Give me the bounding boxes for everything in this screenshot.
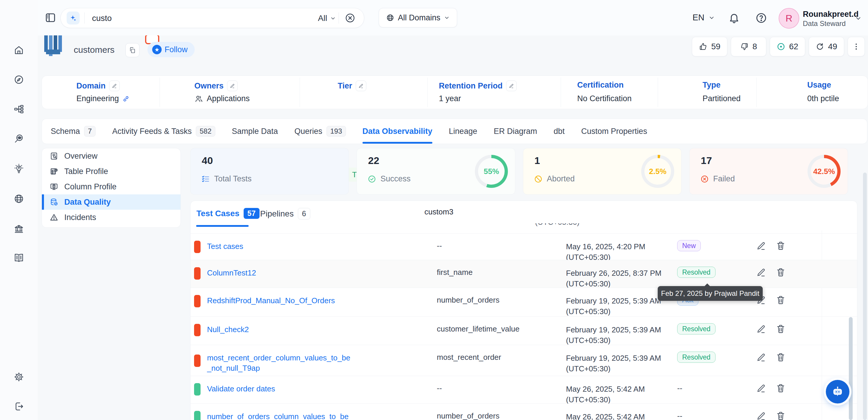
robot-icon	[831, 385, 844, 398]
delete-icon[interactable]	[776, 295, 786, 305]
test-case-link[interactable]: Null_check2	[207, 324, 372, 335]
tab-activity-feeds[interactable]: Activity Feeds & Tasks582	[112, 119, 215, 144]
owners-value[interactable]: Applications	[194, 94, 250, 103]
test-case-link[interactable]: number_of_orders_column_values_to_be_	[207, 412, 372, 420]
language-selector[interactable]: EN	[692, 13, 715, 22]
avatar[interactable]: R	[779, 8, 799, 29]
sidenav-overview[interactable]: Overview	[42, 148, 181, 164]
table-row[interactable]: ColumnTest12 first_name February 26, 202…	[190, 260, 857, 288]
upvote-button[interactable]: 59	[692, 37, 727, 56]
insights-bulb-icon[interactable]	[13, 163, 24, 174]
table-row[interactable]: Test cases -- May 16, 2025, 4:20 PM(UTC+…	[190, 233, 857, 260]
delete-icon[interactable]	[776, 383, 786, 393]
sidenav-incidents[interactable]: Incidents	[42, 210, 181, 225]
tab-data-observability[interactable]: Data Observability	[363, 119, 432, 144]
tab-schema[interactable]: Schema7	[51, 119, 96, 144]
sidebar-toggle-icon[interactable]	[44, 11, 57, 24]
user-menu-chevron-icon[interactable]	[855, 15, 862, 22]
status-square-green	[194, 411, 200, 420]
test-cases-panel: Test Cases 57 Pipelines 6 custom3 (UTC+0…	[190, 201, 857, 420]
help-icon[interactable]	[755, 12, 768, 24]
type-label: Type	[703, 81, 720, 90]
follow-button[interactable]: ★ Follow	[148, 42, 195, 57]
active-tab-underline	[196, 225, 249, 227]
edit-domain-icon[interactable]	[109, 81, 120, 91]
edit-retention-icon[interactable]	[506, 81, 517, 91]
delete-icon[interactable]	[776, 411, 786, 420]
edit-icon[interactable]	[756, 352, 766, 362]
delete-icon[interactable]	[776, 352, 786, 362]
search-input[interactable]: custo	[92, 13, 112, 23]
tooltip: Feb 27, 2025 by Prajwal Pandit	[658, 286, 763, 301]
tier-label: Tier	[338, 81, 366, 91]
sidenav-column-profile[interactable]: Column Profile	[42, 179, 181, 194]
all-domains-button[interactable]: All Domains	[379, 8, 457, 27]
tab-custom-properties[interactable]: Custom Properties	[581, 119, 647, 144]
test-case-link[interactable]: Validate order dates	[207, 384, 372, 394]
global-search-bar[interactable]: custo All	[60, 8, 364, 28]
table-row[interactable]: most_recent_order_column_values_to_be_no…	[190, 345, 857, 376]
entity-tabs: Schema7 Activity Feeds & Tasks582 Sample…	[41, 119, 867, 144]
top-header: custo All All Domains EN R Rounakpree	[0, 0, 868, 35]
edit-icon[interactable]	[756, 267, 766, 277]
table-scrollbar[interactable]	[849, 317, 852, 420]
more-actions-button[interactable]	[848, 37, 865, 56]
test-case-link[interactable]: ColumnTest12	[207, 268, 372, 278]
tab-test-cases[interactable]: Test Cases 57	[196, 208, 259, 219]
reruns-button[interactable]: 49	[809, 37, 844, 56]
thumbs-down-icon	[740, 42, 749, 51]
table-profile-icon	[50, 167, 58, 176]
domain-value[interactable]: Engineering	[76, 94, 129, 103]
test-case-link[interactable]: RedshiftProd_Manual_No_Of_Orders	[207, 296, 372, 306]
home-icon[interactable]	[13, 45, 24, 55]
tab-lineage[interactable]: Lineage	[449, 119, 477, 144]
tab-sample-data[interactable]: Sample Data	[232, 119, 278, 144]
table-row[interactable]: Validate order dates -- May 26, 2025, 5:…	[190, 376, 857, 404]
user-role: Data Steward	[803, 20, 845, 28]
lineage-flow-icon[interactable]	[13, 104, 24, 115]
page-scrollbar[interactable]	[863, 173, 867, 420]
search-scope-dropdown[interactable]: All	[318, 13, 336, 23]
date-cell: February 26, 2025, 8:37 PM(UTC+05:30)	[566, 268, 661, 289]
table-row[interactable]: Null_check2 customer_lifetime_value Febr…	[190, 317, 857, 345]
edit-icon[interactable]	[756, 383, 766, 393]
status-badge: Resolved	[677, 323, 715, 334]
sidenav-data-quality[interactable]: Data Quality	[42, 194, 181, 210]
test-case-link[interactable]: Test cases	[207, 241, 372, 251]
tab-dbt[interactable]: dbt	[554, 119, 565, 144]
sidenav-table-profile[interactable]: Table Profile	[42, 164, 181, 179]
test-cases-count-badge: 57	[244, 208, 259, 219]
tab-pipelines[interactable]: Pipelines 6	[260, 208, 310, 219]
observability-icon[interactable]	[13, 133, 24, 144]
tab-er-diagram[interactable]: ER Diagram	[494, 119, 537, 144]
success-label: Success	[380, 174, 410, 183]
overview-icon	[50, 152, 58, 160]
settings-gear-icon[interactable]	[13, 371, 24, 382]
glossary-book-icon[interactable]	[13, 252, 24, 263]
edit-tier-icon[interactable]	[356, 81, 366, 91]
search-clear-icon[interactable]	[344, 12, 356, 24]
edit-icon[interactable]	[756, 241, 766, 251]
data-quality-icon	[50, 198, 58, 206]
edit-icon[interactable]	[756, 411, 766, 420]
delete-icon[interactable]	[776, 267, 786, 277]
edit-owners-icon[interactable]	[227, 81, 238, 91]
edit-icon[interactable]	[756, 324, 766, 334]
delete-icon[interactable]	[776, 324, 786, 334]
explore-compass-icon[interactable]	[13, 74, 24, 85]
copy-icon[interactable]	[125, 43, 140, 57]
test-case-link[interactable]: most_recent_order_column_values_to_be_no…	[207, 353, 354, 373]
logout-icon[interactable]	[13, 401, 24, 412]
date-cell: February 19, 2025, 5:39 AM(UTC+05:30)	[566, 353, 661, 374]
table-row[interactable]: number_of_orders_column_values_to_be_ nu…	[190, 403, 857, 420]
tab-queries[interactable]: Queries193	[294, 119, 346, 144]
status-square-red	[194, 241, 200, 253]
card-aborted: 1 Aborted 2.5%	[523, 148, 682, 195]
domains-globe-icon[interactable]	[13, 193, 24, 204]
chat-bot-button[interactable]	[826, 380, 849, 403]
notifications-bell-icon[interactable]	[728, 12, 740, 24]
downvote-button[interactable]: 8	[731, 37, 766, 56]
views-button[interactable]: 62	[770, 37, 805, 56]
govern-bank-icon[interactable]	[13, 223, 24, 234]
delete-icon[interactable]	[776, 241, 786, 251]
